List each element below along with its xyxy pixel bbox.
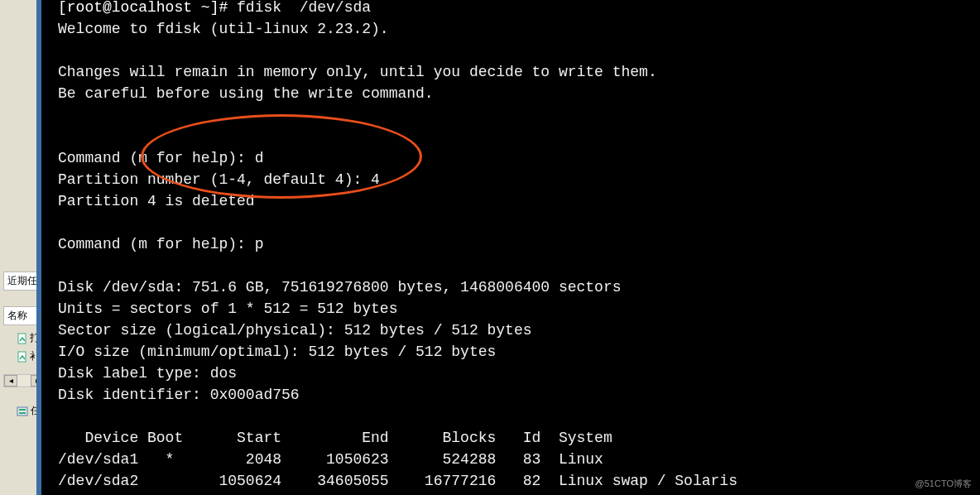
watermark: @51CTO博客 [915,478,972,490]
terminal-line: Changes will remain in memory only, unti… [58,64,657,80]
fdisk-input: 4 [371,171,380,188]
terminal-line: Disk /dev/sda: 751.6 GB, 751619276800 by… [58,279,622,296]
svg-rect-3 [19,409,26,411]
fdisk-prompt: Partition number (1-4, default 4): [58,171,371,188]
partition-row: /dev/sda1 * 2048 1050623 524288 83 Linux [58,451,603,468]
terminal-line: Units = sectors of 1 * 512 = 512 bytes [58,300,397,317]
terminal-line: Disk identifier: 0x000ad756 [58,387,300,403]
partition-table-header: Device Boot Start End Blocks Id System [58,430,612,446]
terminal-output[interactable]: [root@localhost ~]# fdisk /dev/sda Welco… [58,0,975,495]
terminal-line: Be careful before using the write comman… [58,85,434,102]
doc-green-icon [17,351,28,363]
shell-prompt: [root@localhost ~]# [58,0,237,16]
tasks-icon [17,406,28,417]
fdisk-prompt: Command (m for help): [58,236,255,252]
fdisk-input: d [255,150,264,166]
terminal-line: Welcome to fdisk (util-linux 2.23.2). [58,21,389,37]
terminal-line: Disk label type: dos [58,365,237,382]
shell-command: fdisk /dev/sda [237,0,371,16]
doc-green-icon [17,333,28,344]
desktop: 近期任 名称 打 衤 ◂ ▸ 任 [root@localhost ~]# fdi… [0,0,980,495]
fdisk-input: p [255,236,264,252]
terminal-line: Partition 4 is deleted [58,193,255,209]
svg-rect-2 [17,407,27,416]
scroll-left-icon[interactable]: ◂ [4,375,17,387]
partition-row: /dev/sda2 1050624 34605055 16777216 82 L… [58,473,737,489]
terminal-window[interactable]: [root@localhost ~]# fdisk /dev/sda Welco… [36,0,980,495]
terminal-line: Sector size (logical/physical): 512 byte… [58,322,532,339]
terminal-line: I/O size (minimum/optimal): 512 bytes / … [58,344,496,360]
fdisk-prompt: Command (m for help): [58,150,255,166]
svg-rect-4 [19,412,26,414]
